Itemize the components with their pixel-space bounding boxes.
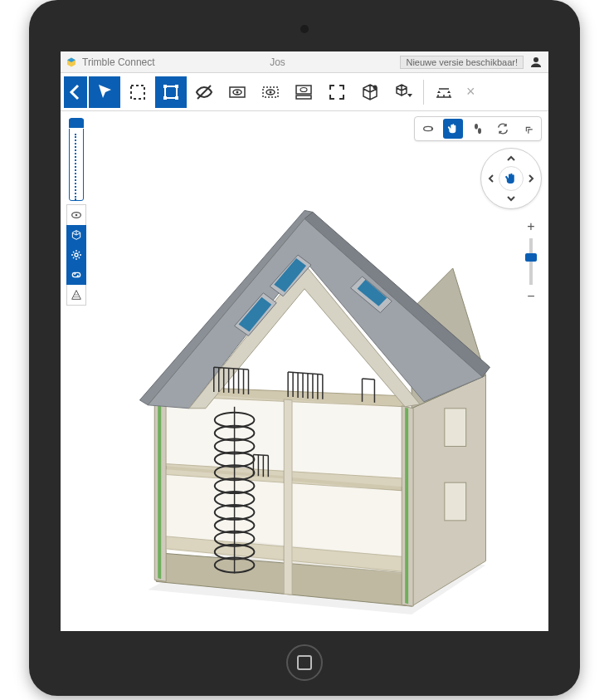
zoom-in[interactable]: + — [523, 218, 539, 235]
svg-line-74 — [363, 379, 375, 379]
zoom-control: + − — [520, 216, 542, 307]
svg-marker-40 — [284, 399, 292, 595]
pan-mode[interactable] — [443, 119, 463, 139]
cube-view[interactable] — [354, 76, 386, 108]
user-icon[interactable] — [529, 55, 543, 70]
document-title: Jos — [160, 56, 396, 68]
orbit-mode[interactable] — [418, 119, 438, 139]
back-button[interactable] — [64, 76, 87, 108]
measure-tool[interactable] — [428, 76, 460, 108]
svg-point-15 — [270, 91, 272, 93]
svg-point-22 — [76, 214, 78, 217]
svg-point-23 — [75, 253, 78, 257]
model-cube-icon[interactable] — [66, 225, 86, 245]
svg-line-93 — [253, 454, 268, 455]
app-header: Trimble Connect Jos Nieuwe versie beschi… — [61, 51, 548, 73]
close-button[interactable]: × — [461, 83, 480, 100]
svg-rect-4 — [165, 86, 177, 98]
select-tool[interactable] — [89, 76, 120, 108]
link-icon[interactable] — [66, 265, 86, 285]
node-select[interactable] — [155, 76, 187, 108]
show-layer[interactable] — [222, 76, 253, 108]
app-screen: Trimble Connect Jos Nieuwe versie beschi… — [61, 51, 548, 631]
svg-point-19 — [373, 85, 378, 89]
section-slider[interactable] — [69, 118, 84, 201]
marquee-select[interactable] — [122, 76, 153, 108]
visibility-toggle[interactable] — [188, 76, 220, 108]
nav-mode-row — [414, 116, 542, 141]
cube-dropdown[interactable] — [387, 76, 419, 108]
svg-rect-16 — [296, 86, 311, 94]
svg-marker-42 — [292, 481, 402, 573]
update-notice[interactable]: Nieuwe versie beschikbaar! — [400, 56, 524, 69]
svg-point-18 — [300, 87, 307, 91]
trimble-logo-icon — [66, 56, 77, 68]
svg-rect-7 — [163, 96, 167, 100]
svg-rect-17 — [296, 95, 311, 99]
orbit-right[interactable] — [524, 172, 538, 185]
zoom-slider[interactable] — [529, 238, 533, 285]
main-toolbar: × — [61, 73, 548, 111]
side-toolbar — [66, 204, 86, 306]
3d-viewport[interactable]: + − — [61, 111, 548, 631]
visibility-icon[interactable] — [66, 205, 86, 225]
svg-marker-41 — [166, 469, 283, 561]
svg-marker-39 — [405, 408, 408, 604]
svg-rect-8 — [175, 96, 178, 100]
svg-rect-5 — [163, 85, 167, 88]
svg-marker-37 — [158, 391, 161, 579]
svg-rect-29 — [445, 409, 466, 447]
app-title: Trimble Connect — [82, 56, 155, 68]
sync-mode[interactable] — [493, 119, 513, 139]
fit-view[interactable] — [321, 76, 353, 108]
svg-point-2 — [533, 57, 538, 62]
svg-rect-3 — [131, 86, 144, 99]
svg-marker-44 — [292, 400, 402, 487]
group-visibility[interactable] — [255, 76, 286, 108]
svg-rect-6 — [175, 85, 178, 88]
svg-rect-30 — [445, 482, 466, 521]
left-panel — [66, 118, 87, 306]
layers-icon[interactable] — [66, 285, 86, 305]
svg-point-24 — [424, 126, 433, 130]
tablet-home-button[interactable] — [286, 644, 323, 681]
layer-visibility[interactable] — [288, 76, 319, 108]
tablet-frame: Trimble Connect Jos Nieuwe versie beschi… — [29, 0, 580, 696]
zoom-out[interactable]: − — [523, 288, 539, 305]
settings-gear-icon[interactable] — [66, 245, 86, 265]
walk-mode[interactable] — [468, 119, 488, 139]
toolbar-separator — [423, 80, 424, 105]
collapse-nav[interactable] — [518, 119, 538, 139]
svg-point-12 — [236, 91, 239, 93]
svg-point-26 — [478, 128, 481, 134]
svg-point-25 — [475, 124, 478, 130]
model-stage — [94, 144, 515, 623]
house-model[interactable] — [94, 144, 515, 623]
